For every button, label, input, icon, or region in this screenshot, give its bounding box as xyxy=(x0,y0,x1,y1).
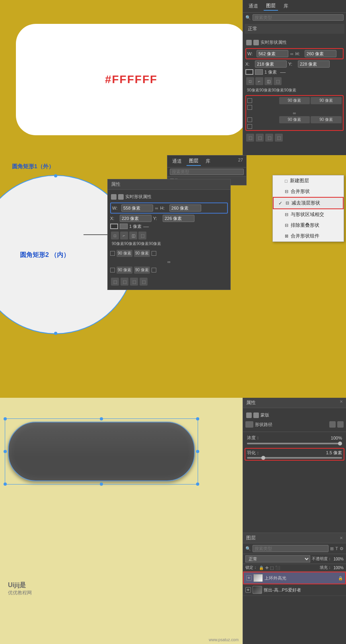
layer-item-2[interactable]: 👁 抠出-高...PS爱好者 xyxy=(243,584,346,596)
mid-cb-tr[interactable] xyxy=(152,251,156,256)
mid-corner-btn1[interactable]: □ xyxy=(111,232,119,239)
corner-btn-3[interactable]: ◫ xyxy=(264,77,272,85)
y-input[interactable] xyxy=(298,60,330,68)
density-slider[interactable] xyxy=(245,442,344,445)
mid-action-3[interactable]: ⬚ xyxy=(130,278,138,286)
y-label: Y: xyxy=(288,62,296,66)
sheen-overlay xyxy=(9,422,194,481)
mid-action-1[interactable]: ⬚ xyxy=(111,278,119,286)
mid-corner-icons: □ ⌐ ◫ ⬚ xyxy=(110,231,228,240)
mid-y-input[interactable] xyxy=(163,215,194,222)
mid-action-4[interactable]: ⬚ xyxy=(140,278,148,286)
mid-corner-btn4[interactable]: ⬚ xyxy=(138,232,146,239)
mid-corner-all-label: 90像素90像素90像素90像素 xyxy=(110,240,228,247)
mid-cb-bl[interactable] xyxy=(110,268,115,272)
layer-lock-1: 🔒 xyxy=(338,576,343,580)
artboard-icon[interactable]: ⬚ xyxy=(270,566,274,570)
mid-tab-layers[interactable]: 图层 xyxy=(187,157,201,166)
layer-item-highlight[interactable]: 👁 上环外高光 🔒 xyxy=(243,572,346,584)
layer-name-1: 上环外高光 xyxy=(264,575,336,581)
feather-header-row: 羽化： 1.5 像素 xyxy=(247,450,342,456)
ctx-merge-components[interactable]: ⊠ 合并形状组件 xyxy=(273,231,344,241)
right-layers-bottom: 图层 ✕ 🔍 ⊞ T ⚙ 正常 不透明度： 100% 锁定： 🔒 ✛ ⬚ ⬛ 填… xyxy=(243,533,346,644)
mid-cb-tl[interactable] xyxy=(110,251,115,256)
layer-thumb-2 xyxy=(253,586,262,594)
x-input[interactable] xyxy=(255,60,287,68)
corner-cb-br[interactable] xyxy=(247,124,252,129)
move-icon[interactable]: ✛ xyxy=(265,566,268,570)
ctx-exclude-overlap[interactable]: ⊟ 排除重叠形状 xyxy=(273,220,344,231)
blend-mode-select[interactable]: 正常 xyxy=(245,555,310,562)
ctx-intersect[interactable]: ⊟ 与形状区域相交 xyxy=(273,209,344,220)
ctx-merge-shape[interactable]: ⊟ 合并形状 xyxy=(273,186,344,197)
density-value: 100% xyxy=(331,436,342,440)
prop-mid-title: 属性 xyxy=(108,179,230,190)
sel-dot-tr xyxy=(196,417,199,420)
bottom-icons-row: ⬚ ⬚ ⬚ ⬚ xyxy=(245,132,344,143)
mid-chain: ∞ xyxy=(154,206,159,210)
close-props-btn[interactable]: ✕ xyxy=(340,399,343,406)
action-icon-2[interactable]: ⬚ xyxy=(256,134,264,142)
corner-cb-bl[interactable] xyxy=(247,117,252,122)
mask-title-row: 蒙版 xyxy=(245,411,344,420)
corner-bl: 90 像素 xyxy=(279,116,310,123)
mid-tab-channel[interactable]: 通道 xyxy=(170,157,184,165)
watermark-site: 优优教程网 xyxy=(8,590,32,596)
mid-chain-center: ∞ xyxy=(110,259,228,264)
filter-icon[interactable]: ⊞ xyxy=(330,546,334,551)
height-input[interactable] xyxy=(305,50,336,57)
prop-title-label: 实时形状属性 xyxy=(260,39,287,45)
layers-search-icon: 🔍 xyxy=(245,546,251,551)
mask-action-2[interactable] xyxy=(337,421,344,428)
corner-btn-1[interactable]: □ xyxy=(246,77,254,85)
mask-action-1[interactable] xyxy=(329,421,336,428)
layer-eye-2[interactable]: 👁 xyxy=(245,587,251,593)
mid-corner-btn2[interactable]: ⌐ xyxy=(120,232,128,239)
pixel-icon[interactable]: ⬛ xyxy=(275,566,280,570)
hex-color-label: #FFFFFF xyxy=(105,73,157,86)
corner-cb-tr[interactable] xyxy=(247,105,252,110)
feather-slider[interactable] xyxy=(247,457,342,459)
layer-eye-1[interactable]: 👁 xyxy=(246,575,252,581)
width-input[interactable] xyxy=(257,50,288,57)
corner-btn-4[interactable]: ⬚ xyxy=(274,77,282,85)
mid-action-2[interactable]: ⬚ xyxy=(121,278,128,286)
gear-icon[interactable]: ⚙ xyxy=(340,546,344,551)
layer-count-badge: 27 xyxy=(238,158,243,162)
mid-height-input[interactable] xyxy=(169,204,201,212)
corner-btn-2[interactable]: ⌐ xyxy=(255,77,263,85)
lock-icon[interactable]: 🔒 xyxy=(259,566,264,570)
layer-thumb-1 xyxy=(253,574,263,582)
fill-swatch[interactable] xyxy=(110,224,118,229)
ctx-subtract-top[interactable]: ✓ ⊟ 减去顶层形状 xyxy=(273,197,344,209)
panel-header-top: 通道 图层 库 xyxy=(243,0,346,13)
shape-icon xyxy=(246,40,252,45)
action-icon-3[interactable]: ⬚ xyxy=(265,134,273,142)
layers-search-input[interactable] xyxy=(253,545,329,552)
corner-cb-tl[interactable] xyxy=(247,98,252,103)
mid-x-input[interactable] xyxy=(120,215,152,222)
right-props-bottom: 属性 ✕ 蒙版 形状路径 浓度： 100% xyxy=(243,398,346,537)
layer-search-input[interactable] xyxy=(253,14,344,21)
feather-label: 羽化： xyxy=(247,450,260,456)
action-icon-4[interactable]: ⬚ xyxy=(275,134,283,142)
mid-cb-br[interactable] xyxy=(152,268,156,272)
tab-channel[interactable]: 通道 xyxy=(246,2,260,10)
tab-layers[interactable]: 图层 xyxy=(264,2,278,11)
blend-mode-top[interactable]: 正常 xyxy=(245,24,344,34)
prop-mid-subtitle: 实时形状属性 xyxy=(125,194,152,200)
ctx-new-layer[interactable]: □ 新建图层 xyxy=(273,175,344,186)
mid-tab-library[interactable]: 库 xyxy=(203,157,213,165)
action-icon-1[interactable]: ⬚ xyxy=(246,134,254,142)
mid-y-label: Y: xyxy=(153,216,161,221)
close-layers-btn[interactable]: ✕ xyxy=(340,536,343,540)
right-panel-top: 通道 图层 库 🔍 正常 实时形状属性 W: ∞ H: xyxy=(243,0,346,155)
feather-section: 羽化： 1.5 像素 xyxy=(245,448,344,461)
tab-library[interactable]: 库 xyxy=(281,2,291,10)
type-icon[interactable]: T xyxy=(335,546,338,551)
mid-width-input[interactable] xyxy=(121,204,153,212)
dark-rounded-rect xyxy=(8,422,195,481)
mid-corner-btn3[interactable]: ◫ xyxy=(129,232,137,239)
stroke-swatch[interactable] xyxy=(120,224,128,229)
mid-search-input[interactable] xyxy=(170,169,244,175)
